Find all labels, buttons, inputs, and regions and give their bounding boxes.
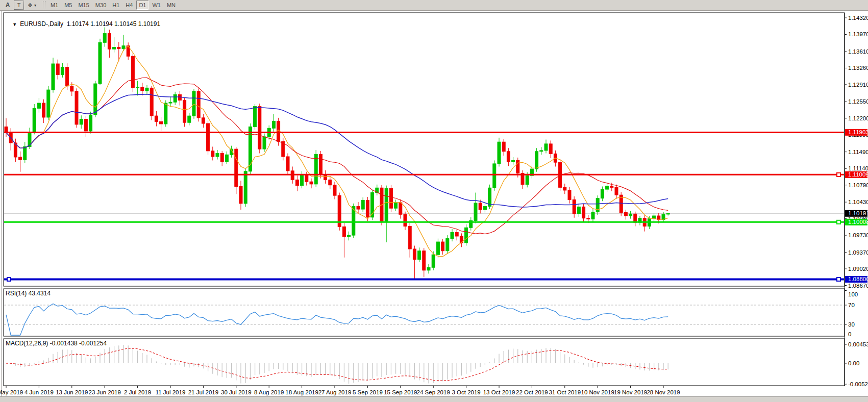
candle bbox=[305, 175, 308, 182]
candle bbox=[483, 206, 486, 209]
candle bbox=[164, 103, 167, 124]
candle bbox=[94, 84, 97, 115]
line-handle[interactable] bbox=[837, 173, 840, 177]
candle bbox=[582, 207, 585, 218]
candle bbox=[23, 147, 27, 160]
candle bbox=[61, 67, 64, 75]
chart-canvas[interactable]: 1.143201.139701.136101.132601.129101.125… bbox=[0, 0, 868, 402]
candle bbox=[591, 212, 594, 219]
candle bbox=[577, 207, 580, 214]
date-axis-label: 2 Jul 2019 bbox=[124, 389, 151, 395]
candle bbox=[141, 87, 144, 91]
candle bbox=[342, 227, 345, 236]
price-axis-label: 1.10430 bbox=[848, 199, 868, 205]
price-axis-label: 1.13610 bbox=[848, 48, 868, 55]
price-level-badge-label: 1.11009 bbox=[848, 171, 868, 178]
candle bbox=[446, 239, 449, 251]
candle bbox=[573, 199, 576, 214]
price-axis-label: 1.14320 bbox=[848, 15, 868, 21]
candle bbox=[192, 91, 195, 116]
candle bbox=[427, 267, 430, 270]
date-axis-label: 22 Oct 2019 bbox=[516, 389, 548, 395]
date-axis-label: 19 Nov 2019 bbox=[614, 389, 647, 395]
candle bbox=[75, 91, 78, 124]
candle bbox=[295, 180, 299, 185]
date-axis-label: 5 Sep 2019 bbox=[353, 389, 383, 395]
candle bbox=[465, 228, 468, 243]
candle bbox=[357, 206, 360, 209]
chart-menu-dropdown-icon[interactable]: ▼ bbox=[12, 22, 17, 27]
date-axis-label: 15 Sep 2019 bbox=[384, 389, 417, 395]
date-axis-label: 27 Aug 2019 bbox=[318, 389, 352, 395]
candle bbox=[544, 144, 548, 150]
candle bbox=[451, 233, 454, 239]
candle bbox=[606, 186, 609, 189]
price-axis-label: 1.09370 bbox=[848, 249, 868, 256]
candle bbox=[498, 142, 501, 164]
candle bbox=[549, 144, 552, 154]
symbol-period-label: EURUSD-,Daily bbox=[20, 20, 63, 28]
rsi-axis-label: 100 bbox=[848, 291, 858, 297]
line-handle[interactable] bbox=[837, 220, 840, 224]
macd-indicator-label: MACD(12,26,9) -0.001438 -0.001254 bbox=[6, 340, 107, 347]
candle bbox=[47, 90, 50, 117]
candle bbox=[84, 119, 87, 131]
candle bbox=[136, 87, 139, 88]
date-axis-label: 31 Oct 2019 bbox=[549, 389, 581, 395]
date-axis-label: 13 Oct 2019 bbox=[483, 389, 515, 395]
candle bbox=[587, 218, 590, 219]
candle bbox=[540, 150, 543, 152]
macd-axis-label: 0.00 bbox=[848, 360, 859, 366]
candle bbox=[211, 151, 214, 157]
candle bbox=[244, 171, 247, 204]
candle bbox=[310, 182, 313, 184]
price-axis-label: 1.08670 bbox=[848, 283, 868, 289]
candle bbox=[103, 34, 106, 43]
price-axis-label: 1.11490 bbox=[848, 149, 868, 155]
candle bbox=[202, 118, 205, 123]
date-axis-label: 30 Jul 2019 bbox=[221, 389, 251, 395]
candle bbox=[52, 64, 55, 90]
rsi-indicator-label: RSI(14) 43.4314 bbox=[6, 290, 51, 297]
candle bbox=[235, 149, 238, 186]
price-axis-label: 1.13970 bbox=[848, 31, 868, 37]
date-axis-label: 23 Jun 2019 bbox=[89, 389, 121, 395]
candle bbox=[216, 154, 219, 157]
candle bbox=[286, 157, 289, 171]
candle bbox=[526, 175, 529, 185]
candle bbox=[653, 216, 656, 219]
candle bbox=[150, 88, 153, 116]
candle bbox=[160, 121, 163, 124]
candle bbox=[394, 203, 398, 208]
application-window: A T ❖ ▾ M1M5M15M30H1H4D1W1MN 1.143201.13… bbox=[0, 0, 868, 402]
candle bbox=[502, 142, 505, 152]
candle bbox=[117, 47, 120, 49]
date-axis-label: 11 Jul 2019 bbox=[156, 389, 186, 395]
price-axis-label: 1.10790 bbox=[848, 182, 868, 188]
candle bbox=[131, 56, 134, 87]
candle bbox=[423, 251, 426, 270]
candle bbox=[254, 107, 257, 127]
rsi-panel[interactable] bbox=[4, 289, 845, 336]
bid-price-badge-label: 1.10191 bbox=[848, 210, 868, 216]
candle bbox=[272, 121, 275, 128]
date-axis-label: 4 Jun 2019 bbox=[24, 389, 54, 395]
candle bbox=[361, 200, 364, 209]
candle bbox=[263, 137, 266, 149]
candle bbox=[366, 200, 369, 217]
price-axis-label: 1.12910 bbox=[848, 82, 868, 88]
candle bbox=[479, 203, 482, 210]
line-handle[interactable] bbox=[837, 278, 840, 281]
candle bbox=[474, 203, 477, 220]
candle bbox=[488, 188, 491, 206]
candle bbox=[319, 154, 322, 174]
line-handle[interactable] bbox=[7, 278, 11, 281]
candle bbox=[568, 190, 571, 200]
candle bbox=[301, 175, 304, 185]
price-axis-label: 1.11140 bbox=[848, 165, 868, 171]
bottom-strip bbox=[0, 397, 868, 402]
candle bbox=[197, 91, 200, 118]
candle bbox=[173, 94, 177, 102]
candle bbox=[516, 160, 519, 173]
candle bbox=[145, 88, 148, 91]
